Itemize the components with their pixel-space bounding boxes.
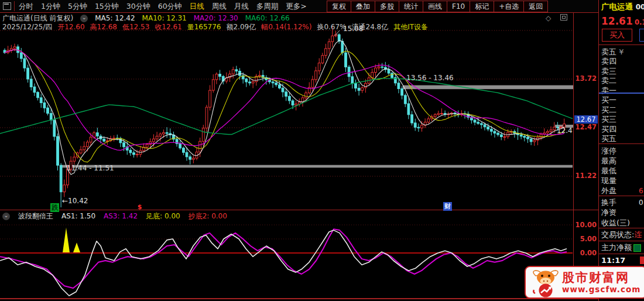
- bid-level-3[interactable]: 买三: [601, 114, 616, 125]
- buy-button[interactable]: 买入: [602, 29, 632, 42]
- field-最低: 最低: [601, 166, 616, 176]
- field-外盘: 外盘: [601, 186, 616, 196]
- app-window: 分时1分钟5分钟15分钟30分钟60分钟日线周线月线多周期更多> 复权叠加多股统…: [0, 0, 644, 301]
- ma-value: MA20: 12.30: [194, 14, 238, 22]
- last-price: 12.61: [601, 15, 633, 27]
- ask-level-4[interactable]: 卖四: [601, 56, 616, 67]
- indicator-axis-label: 5.00: [574, 235, 597, 243]
- chevron-down-icon[interactable]: ⌄: [2, 213, 10, 220]
- indicator-value: 见底: 0.00: [146, 212, 180, 220]
- main-fund: 主力净额: [601, 242, 641, 253]
- indicator-value: 波段翻倍王: [18, 212, 53, 220]
- ask-level-3[interactable]: 卖三: [601, 66, 616, 77]
- pane-controls: ◇: [546, 14, 567, 22]
- field-涨停: 涨停: [601, 146, 616, 156]
- panel-divider-line: [599, 241, 644, 241]
- ask-level-2[interactable]: 卖二: [601, 76, 616, 86]
- ask-level-5[interactable]: 卖五 ¥: [601, 47, 624, 57]
- chart-marker-财: 财: [443, 202, 452, 211]
- bull-icon: [530, 269, 561, 298]
- site-logo[interactable]: 股市财富网 www.gscfw.com: [525, 266, 644, 299]
- panel-divider-line: [599, 93, 644, 94]
- field-最高: 最高: [601, 156, 616, 166]
- info-item: 低12.53: [122, 23, 149, 31]
- price-axis-label: 13.72: [574, 74, 597, 83]
- candlestick-chart[interactable]: 11.44 - 11.5113.56 - 13.4615.08←10.4212.…: [0, 0, 599, 301]
- diamond-icon[interactable]: ◇: [546, 14, 554, 22]
- bid-level-4[interactable]: 买四: [601, 124, 616, 135]
- svg-text:11.44 - 11.51: 11.44 - 11.51: [67, 164, 114, 172]
- panel-divider-line: [599, 228, 644, 228]
- indicator-header: ⌄波段翻倍王AS1: 1.50AS3: 1.42见底: 0.00抄底2: 0.0…: [2, 211, 244, 221]
- ma-value: MA60: 12.66: [245, 14, 290, 22]
- field-净资: 净资: [601, 207, 616, 218]
- info-item: 高12.68: [90, 23, 117, 31]
- clock: 11:17: [601, 256, 625, 265]
- field-换手: 换手: [601, 197, 616, 208]
- bid-level-1[interactable]: 买一: [601, 95, 616, 105]
- panel-divider-line: [599, 143, 644, 144]
- info-item: 幅0.14(1.12%): [261, 23, 311, 31]
- indicator-value: 抄底2: 0.00: [189, 212, 227, 220]
- bid-level-5[interactable]: 买五: [601, 134, 616, 144]
- ma-value: MA10: 12.31: [142, 14, 187, 22]
- chart-marker-跌: 跌: [50, 203, 59, 212]
- svg-text:12.4: 12.4: [557, 126, 573, 135]
- chart-title: 广电运通(日线 前复权): [2, 14, 73, 22]
- price-axis-label: 12.47: [574, 123, 597, 131]
- svg-text:←10.42: ←10.42: [62, 197, 88, 205]
- bid-level-2[interactable]: 买二: [601, 105, 616, 115]
- panel-divider-line: [599, 45, 644, 45]
- info-item: 换0.67%: [317, 23, 346, 31]
- info-item: 额2.09亿: [226, 23, 256, 31]
- field-现量: 现量: [601, 176, 616, 186]
- sell-button[interactable]: 卖出: [639, 29, 644, 42]
- panel-divider-line: [599, 196, 644, 196]
- field-收益(三): 收益(三): [601, 218, 630, 228]
- info-item: 流通24.8亿: [352, 23, 389, 31]
- price-axis-label: 12.67: [574, 115, 598, 124]
- info-item: 量165776: [187, 23, 221, 31]
- info-item: 其他IT设备: [393, 23, 428, 31]
- info-item: 收12.61: [155, 23, 181, 31]
- indicator-axis-label: 10.00: [574, 221, 597, 229]
- indicator-axis-label: 0.00: [574, 249, 597, 257]
- panel-divider-line: [599, 254, 644, 254]
- ma-values: MA5: 12.42MA10: 12.31MA20: 12.30MA60: 12…: [95, 14, 297, 22]
- panel-value: 6: [639, 187, 643, 195]
- price-axis-label: 11.22: [574, 172, 597, 180]
- indicator-value: AS1: 1.50: [61, 212, 95, 220]
- chart-header: 广电运通(日线 前复权)⌄MA5: 12.42MA10: 12.31MA20: …: [2, 13, 304, 22]
- ohlc-info-row: 2025/12/25/四开12.60高12.68低12.53收12.61量165…: [2, 22, 433, 30]
- panel-red-stub: [640, 256, 644, 264]
- info-item: 开12.60: [57, 23, 84, 31]
- stock-code: 00: [636, 3, 644, 11]
- svg-text:13.56 - 13.46: 13.56 - 13.46: [406, 74, 454, 82]
- trade-status: 交易状态:连: [601, 230, 642, 240]
- stock-name: 广电运通 00: [601, 2, 644, 12]
- panel-value: 0: [639, 199, 643, 207]
- ask-level-1[interactable]: 卖一: [601, 85, 616, 96]
- indicator-value: AS3: 1.42: [104, 212, 138, 220]
- logo-title: 股市财富网: [562, 271, 640, 285]
- price-axis: 13.7212.6712.4711.2210.005.000.00: [574, 13, 598, 299]
- pane-icon[interactable]: [560, 14, 567, 20]
- quote-panel: 广电运通 00 12.61 0.14 买入 卖出 卖五 ¥卖四卖三卖二卖一买一买…: [599, 0, 644, 301]
- info-item: 2025/12/25/四: [2, 23, 52, 31]
- chevron-down-icon[interactable]: ⌄: [80, 15, 88, 22]
- chart-marker-$: $: [135, 203, 144, 211]
- green-box-icon[interactable]: [633, 244, 641, 252]
- logo-url: www.gscfw.com: [562, 285, 640, 294]
- ma-value: MA5: 12.42: [95, 14, 135, 22]
- price-change: 0.14: [635, 18, 644, 26]
